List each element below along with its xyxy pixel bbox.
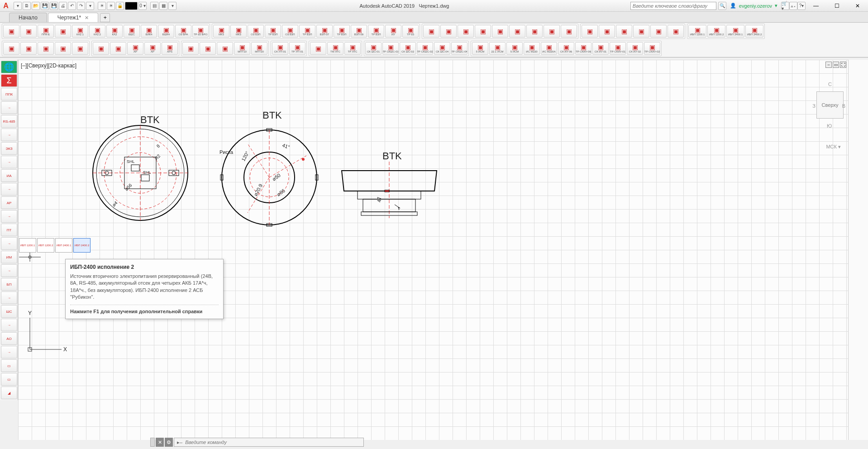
palette-button[interactable]: ШС <box>1 305 17 318</box>
toolbar-button[interactable]: ▣СК ИУ-01 <box>592 42 609 55</box>
palette-button[interactable]: → <box>1 129 17 141</box>
toolbar-button[interactable]: ▣ <box>633 25 649 38</box>
toolbar-button[interactable]: ▣ТР СКИУ-02 <box>644 42 660 55</box>
toolbar-button[interactable]: ▣ <box>668 25 684 38</box>
palette-button[interactable]: АО <box>1 332 17 345</box>
palette-button[interactable]: ИА <box>1 169 17 182</box>
toolbar-button[interactable]: ▣ <box>475 25 491 38</box>
props-icon[interactable]: ▤ <box>150 2 158 10</box>
palette-button[interactable]: → <box>1 156 17 168</box>
toolbar-button[interactable]: ▣О3 Б3П <box>248 25 264 38</box>
toolbar-button[interactable]: ▣КА2.2 <box>89 25 105 38</box>
qat-menu[interactable]: ▾ <box>14 2 22 10</box>
toolbar-button[interactable]: ▣ <box>72 42 88 55</box>
toolbar-button[interactable]: ▣ <box>93 42 109 55</box>
toolbar-button[interactable]: ▣ИБП 1200.1 <box>688 25 706 38</box>
toolbar-button[interactable]: ▣ <box>509 25 525 38</box>
toolbar-button[interactable]: ▣ТР Б3П <box>265 25 281 38</box>
palette-button[interactable]: → <box>1 183 17 196</box>
search-input[interactable] <box>630 2 716 10</box>
toolbar-button[interactable]: ▣АР <box>144 42 161 55</box>
close-button[interactable]: ✕ <box>847 0 868 12</box>
palette-button[interactable]: → <box>1 101 17 114</box>
tab-start[interactable]: Начало <box>9 13 47 22</box>
new-tab-button[interactable]: + <box>100 13 110 22</box>
palette-button[interactable]: БП <box>1 278 17 291</box>
toolbar-button[interactable]: ▣ <box>200 42 216 55</box>
palette-button[interactable]: ИМ <box>1 251 17 263</box>
toolbar-button[interactable]: ▣КА2.1 <box>72 25 88 38</box>
toolbar-button[interactable]: ▣ <box>458 25 474 38</box>
toolbar-button[interactable]: ▣МК3 <box>230 25 247 38</box>
palette-button[interactable]: ▭ <box>1 359 17 372</box>
palette-button[interactable]: → <box>1 237 17 250</box>
cmd-handle[interactable] <box>150 438 155 447</box>
toolbar-button[interactable]: ▣СК ИУ-06 <box>558 42 574 55</box>
saveas-icon[interactable]: 💾 <box>50 2 58 10</box>
toolbar-button[interactable]: ▣ <box>20 42 37 55</box>
qat-expand[interactable]: ▾ <box>86 2 94 10</box>
toolbar-button[interactable]: ▣ <box>217 42 233 55</box>
palette-button[interactable]: → <box>1 210 17 223</box>
toolbar-button[interactable]: ▣СК ШС-04 <box>434 42 450 55</box>
toolbar-button[interactable]: ▣ТР В3П <box>299 25 315 38</box>
toolbar-button[interactable]: ▣APS <box>162 42 178 55</box>
toolbar-button[interactable]: ▣ИБП 2400.1 <box>726 25 744 38</box>
toolbar-button[interactable]: ▣ <box>599 25 615 38</box>
app-logo[interactable]: A <box>0 0 12 12</box>
props2-icon[interactable]: ▦ <box>159 2 167 10</box>
toolbar-button[interactable]: ▣ТР В3П <box>368 25 384 38</box>
toolbar-button[interactable]: ▣ <box>55 42 71 55</box>
layer-0[interactable]: 0 ▾ <box>138 2 147 10</box>
toolbar-button[interactable]: ▣В3П-09 <box>351 25 367 38</box>
cmd-options-icon[interactable]: ⚙ <box>165 438 173 447</box>
cmd-close-icon[interactable]: ✕ <box>156 438 164 447</box>
toolbar-button[interactable]: ▣МК3 <box>213 25 229 38</box>
plot-icon[interactable]: 🖨 <box>59 2 67 10</box>
thumb-item[interactable]: ИБП 2400.1 <box>55 238 72 253</box>
toolbar-button[interactable]: ▣ <box>650 25 667 38</box>
toolbar-button[interactable]: ▣ТР В3П <box>334 25 350 38</box>
right-navbar[interactable] <box>848 60 868 440</box>
palette-button[interactable]: ППК <box>1 88 17 100</box>
toolbar-button[interactable]: ▣ <box>55 25 71 38</box>
toolbar-button[interactable]: ▣БШК4 <box>158 25 174 38</box>
lock-icon[interactable]: 🔓 <box>116 2 124 10</box>
toolbar-button[interactable]: ▣ <box>20 25 37 38</box>
toolbar-button[interactable]: ▣ <box>310 42 326 55</box>
toolbar-button[interactable]: ▣СК ШС-01 <box>365 42 382 55</box>
toolbar-button[interactable]: ▣АР <box>127 42 143 55</box>
toolbar-button[interactable]: ▣ <box>544 25 560 38</box>
toolbar-button[interactable]: ▣ТР СКИУ-01 <box>610 42 626 55</box>
toolbar-button[interactable]: ▣ <box>440 25 457 38</box>
toolbar-button[interactable]: ▣О3 БРА <box>175 25 191 38</box>
toolbar-button[interactable]: ▣ТР СКШС-04 <box>451 42 467 55</box>
palette-button[interactable]: RS-485 <box>1 115 17 128</box>
toolbar-button[interactable]: ▣СК ИУ-02 <box>627 42 643 55</box>
toolbar-button[interactable]: ▣БШС <box>124 25 140 38</box>
palette-button[interactable]: → <box>1 346 17 358</box>
toolbar-button[interactable]: ▣ТР СКИУ-06 <box>575 42 591 55</box>
palette-button[interactable]: → <box>1 291 17 304</box>
color-swatch[interactable] <box>125 2 138 10</box>
drawing-area[interactable]: [–][Сверху][2D-каркас] – ▭ ⛶ С Сверху В … <box>18 60 848 440</box>
toolbar-button[interactable]: ▣ <box>582 25 598 38</box>
props-expand[interactable]: ▾ <box>168 2 176 10</box>
thumb-item[interactable]: ИБП 2400.2 <box>73 238 91 253</box>
toolbar-button[interactable]: ▣ИУ <box>385 25 401 38</box>
toolbar-button[interactable]: ▣ИС М220 <box>524 42 540 55</box>
toolbar-button[interactable]: ▣ИБП 1200.2 <box>707 25 725 38</box>
palette-button[interactable]: АР <box>1 196 17 209</box>
toolbar-button[interactable]: ▣КА2 <box>106 25 123 38</box>
palette-button[interactable]: 🌐 <box>1 61 17 73</box>
toolbar-button[interactable]: ▣ТР АТС <box>344 42 361 55</box>
toolbar-button[interactable]: ▣ <box>423 25 439 38</box>
toolbar-button[interactable]: ▣ТР 65 БРО <box>192 25 209 38</box>
toolbar-button[interactable]: ▣ <box>182 42 199 55</box>
a360-icon[interactable]: ⟁▾ <box>789 2 797 10</box>
toolbar-button[interactable]: ▣СК ШС-02 <box>400 42 416 55</box>
palette-button[interactable]: → <box>1 319 17 331</box>
toolbar-button[interactable]: ▣ <box>3 42 19 55</box>
undo-icon[interactable]: ↶ <box>68 2 76 10</box>
palette-button[interactable]: ЭКЗ <box>1 142 17 155</box>
